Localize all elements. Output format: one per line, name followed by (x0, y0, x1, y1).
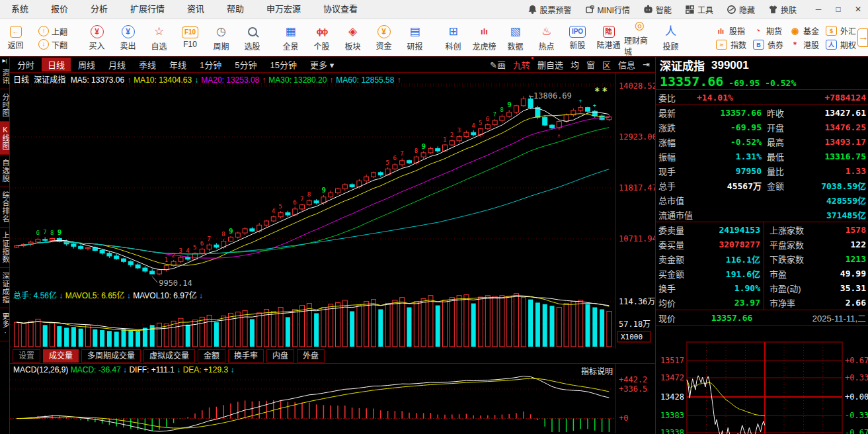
menu-item-4[interactable]: 扩展行情 (119, 0, 176, 19)
menu-tool-隐藏[interactable]: 隐藏 (721, 4, 760, 15)
toolbar-button-股指[interactable]: ılı股指 (716, 25, 746, 36)
toolbar-button-新股[interactable]: IPO新股 (562, 26, 593, 50)
toolbar-button-自选[interactable]: ☆自选 (143, 24, 175, 52)
sidebar-collapse-icon[interactable]: ▶| (2, 57, 7, 65)
chart-tool-删自选[interactable]: 删自选 (537, 58, 563, 71)
period-tab-5分钟[interactable]: 5分钟 (229, 58, 262, 71)
chart-tool-窗[interactable]: 窗 (586, 58, 595, 71)
maximize-button[interactable]: □ (828, 0, 848, 19)
menu-item-6[interactable]: 帮助 (216, 0, 255, 19)
toolbar-button-期权[interactable]: 人期权 (826, 39, 856, 50)
sidebar-item-综合排名[interactable]: 综合排名 (0, 187, 9, 228)
menu-tool-工具[interactable]: 工具 (680, 4, 719, 15)
sidebar-item-分时图[interactable]: 分时图 (0, 89, 9, 122)
indicator-tab-多周期成交量[interactable]: 多周期成交量 (81, 349, 141, 363)
toolbar-expand-arrow[interactable]: → (857, 28, 868, 47)
period-tab-更多 ▾[interactable]: 更多 ▾ (304, 58, 340, 71)
indicator-tab-内盘[interactable]: 内盘 (266, 349, 294, 363)
sidebar-item-K线图[interactable]: K线图 (0, 122, 9, 155)
indicator-tab-虚拟成交量[interactable]: 虚拟成交量 (143, 349, 195, 363)
period-tab-分时[interactable]: 分时 (11, 58, 40, 71)
toolbar-button-上翻[interactable]: ↑上翻 (38, 26, 74, 37)
tech-board-icon: ⊞ (448, 24, 457, 39)
chart-tool-信息[interactable]: 信息 (618, 58, 635, 71)
chart-tool-区[interactable]: 区 (602, 58, 611, 71)
close-button[interactable]: ✕ (848, 0, 868, 19)
period-tab-年线[interactable]: 年线 (163, 58, 192, 71)
menu-item-8[interactable]: 协议查看 (312, 0, 369, 19)
toolbar-button-周期[interactable]: ◷周期 (206, 24, 237, 52)
data-icon: ▧ (510, 24, 520, 39)
sidebar-item-自选股[interactable]: 自选股 (0, 155, 9, 187)
menu-tool-换肤[interactable]: 换肤 (763, 4, 802, 15)
quote-value: 116.1亿 (699, 253, 760, 265)
menu-tool-MINI行情[interactable]: MINI行情 (580, 4, 635, 15)
period-tab-周线[interactable]: 周线 (72, 58, 101, 71)
now-price-row: 现价 13357.66 2025-11-11,二 (656, 310, 868, 326)
toolbar-button-龙虎榜[interactable]: ılı龙虎榜 (469, 24, 500, 52)
period-tab-15分钟[interactable]: 15分钟 (264, 58, 303, 71)
toolbar-button-债券[interactable]: B债券 (753, 39, 783, 50)
toolbar-button-板块[interactable]: ◈板块 (337, 24, 368, 52)
menu-tool-股票预警[interactable]: 股票预警 (522, 4, 577, 15)
toolbar-button-研报[interactable]: ▤研报 (399, 24, 430, 52)
sidebar-item-资讯[interactable]: 资讯 (0, 65, 9, 89)
toolbar-button-卖出[interactable]: ¥卖出 (112, 25, 143, 51)
toolbar-button-港股[interactable]: *港股 (790, 39, 819, 50)
quote-label: 总市值 (658, 194, 718, 206)
toolbar-button-下翻[interactable]: ↓下翻 (38, 39, 74, 50)
menu-item-2[interactable]: 报价 (40, 0, 79, 19)
sidebar-item-上证指数[interactable]: 上证指数 (0, 228, 9, 268)
mini-intraday-chart[interactable]: 1351713472134281338313338+0.67%+0.33%+0.… (656, 326, 868, 434)
kline-axis-label: 14028.52 (619, 81, 655, 91)
menu-item-1[interactable]: 系统 (0, 0, 40, 19)
toolbar-button-返回[interactable]: ←返回 (0, 26, 31, 50)
chart-tool-九转[interactable]: 九转 (513, 58, 530, 71)
kline-chart[interactable]: 14028.5212923.0011817.4710711.9467891234… (10, 73, 655, 289)
period-tab-1分钟[interactable]: 1分钟 (194, 58, 227, 71)
volume-axis-label: 114.36万 (619, 297, 655, 306)
toolbar-button-科创[interactable]: ⊞科创 (438, 24, 469, 52)
advisor-icon: 人 (665, 24, 676, 39)
toolbar-button-个股[interactable]: ϕϕ个股 (306, 24, 337, 52)
chart-tool-✎画[interactable]: ✎画 (490, 58, 506, 71)
menu-tool-label: 隐藏 (739, 4, 755, 15)
indicator-tab-外盘[interactable]: 外盘 (297, 349, 325, 363)
sidebar-item-深证成指[interactable]: 深证成指 (0, 268, 9, 308)
toolbar-button-指数[interactable]: ≈指数 (716, 39, 746, 50)
indicator-help-link[interactable]: 指标说明 (581, 365, 613, 376)
menu-tool-智能[interactable]: 智能 (638, 4, 677, 15)
indicator-tab-设置[interactable]: 设置 (13, 349, 40, 363)
indicator-tab-换手率[interactable]: 换手率 (228, 349, 264, 363)
chart-tool-均[interactable]: 均 (571, 58, 579, 71)
menu-item-3[interactable]: 分析 (79, 0, 119, 19)
toolbar-button-外汇[interactable]: $外汇 (826, 25, 856, 36)
toolbar-button-买入[interactable]: ¥买入 (81, 25, 112, 51)
toolbar-button-理财商城[interactable]: ◎理财商城 (624, 19, 655, 57)
toolbar-button-数据[interactable]: ▧数据 (500, 24, 531, 52)
kline-info-row: 日线 深证成指 MA5: 13373.06↑MA10: 13404.63↓MA2… (13, 73, 406, 85)
toolbar-button-热点[interactable]: ♨热点 (531, 24, 562, 52)
period-tab-季线[interactable]: 季线 (133, 58, 162, 71)
toolbar-button-期货[interactable]: ◔期货 (753, 25, 783, 36)
toolbar-button-全景[interactable]: ▦全景 (275, 24, 306, 52)
minimize-button[interactable]: ─ (809, 0, 828, 19)
quote-value: 13357.66 (695, 108, 762, 118)
indicator-tab-成交量[interactable]: 成交量 (43, 349, 79, 363)
sidebar-item-更多·[interactable]: 更多· (0, 308, 9, 341)
chart-tool-⇥[interactable]: ⇥ (643, 60, 650, 69)
toolbar-button-投顾[interactable]: 人投顾 (655, 24, 686, 52)
quote-pairs: 最新13357.66昨收13427.61涨跌-69.95开盘13476.25涨幅… (656, 105, 868, 193)
toolbar-button-资金[interactable]: ¥资金 (368, 25, 399, 51)
toolbar-button-F10[interactable]: F10F10 (175, 26, 206, 49)
buy-icon: ¥ (91, 25, 104, 38)
menu-item-5[interactable]: 资讯 (176, 0, 216, 19)
menu-item-7[interactable]: 申万宏源 (255, 0, 312, 19)
period-tab-月线[interactable]: 月线 (102, 58, 132, 71)
toolbar-button-陆港通[interactable]: 陆陆港通 (593, 26, 624, 50)
toolbar-button-选股[interactable]: 选股 (237, 24, 268, 52)
period-tab-日线[interactable]: 日线 (42, 58, 71, 71)
toolbar-button-基金[interactable]: ◉基金 (790, 25, 819, 36)
quote-row: 涨跌-69.95开盘13476.25 (656, 120, 868, 134)
indicator-tab-金额[interactable]: 金额 (198, 349, 225, 363)
